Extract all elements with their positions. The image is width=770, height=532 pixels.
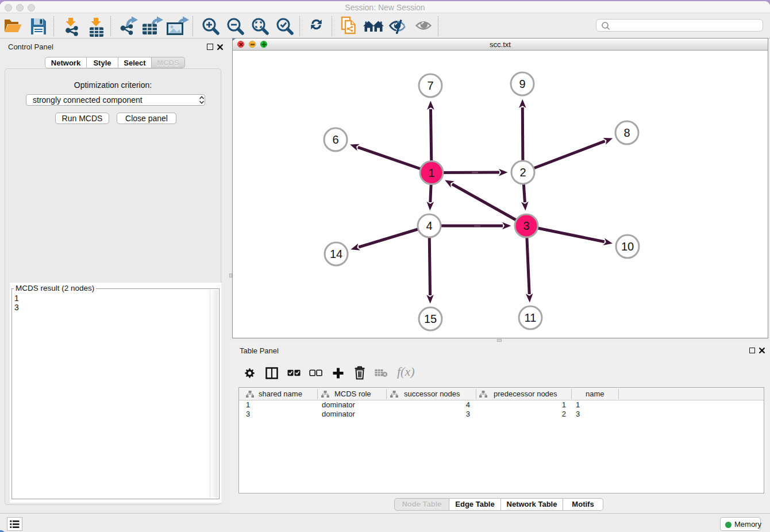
- svg-text:15: 15: [424, 313, 437, 325]
- svg-text:7: 7: [427, 79, 433, 92]
- svg-text:10: 10: [621, 240, 634, 253]
- svg-text:6: 6: [332, 133, 338, 146]
- svg-text:9: 9: [519, 78, 525, 90]
- svg-text:4: 4: [426, 219, 432, 232]
- svg-text:3: 3: [523, 219, 529, 232]
- svg-text:8: 8: [623, 126, 630, 139]
- svg-text:2: 2: [519, 166, 526, 179]
- svg-text:11: 11: [525, 311, 537, 324]
- svg-text:1: 1: [428, 167, 434, 179]
- svg-text:14: 14: [330, 248, 342, 260]
